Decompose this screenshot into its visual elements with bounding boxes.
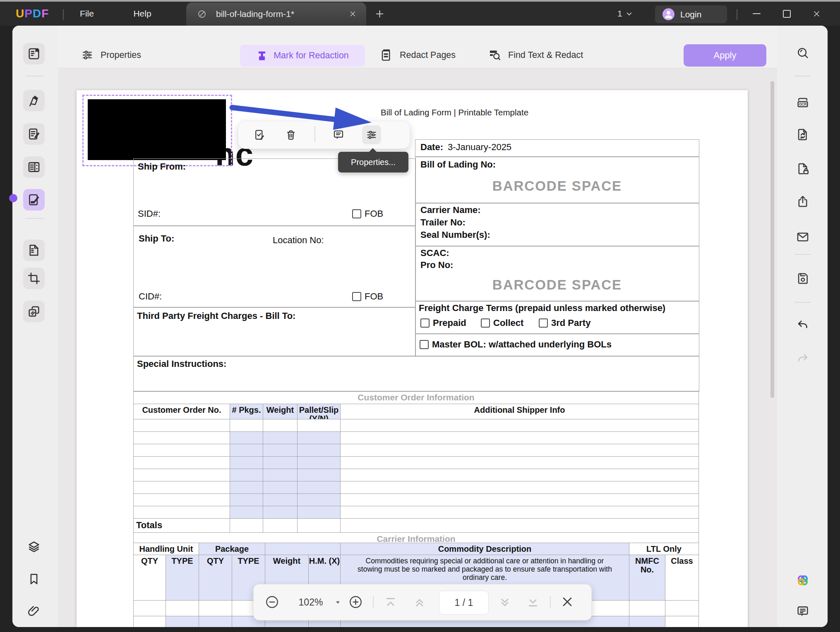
freight-terms-label: Freight Charge Terms (prepaid unless mar… (419, 303, 665, 314)
sidebar-item-redact[interactable] (23, 189, 45, 211)
minimize-button[interactable] (747, 2, 766, 26)
redact-pages-icon (380, 48, 393, 62)
avatar (662, 8, 674, 20)
table-cell: TYPE (166, 555, 199, 601)
sidebar-item-search[interactable] (796, 46, 810, 60)
window-count-dropdown[interactable]: 1 (617, 2, 633, 26)
document-tab[interactable]: bill-of-lading-form-1* (186, 2, 366, 26)
zoom-dropdown-caret[interactable] (335, 584, 341, 620)
third-party-label: 3rd Party (551, 318, 590, 328)
logo-letter: P (24, 7, 33, 20)
sidebar-item-save[interactable] (796, 271, 810, 285)
redaction-selection-outline[interactable] (82, 95, 232, 166)
sidebar-item-attachments[interactable] (23, 601, 45, 622)
empty-cell (629, 601, 665, 616)
logo-letter: F (41, 7, 49, 20)
empty-cell (263, 432, 298, 444)
sidebar-item-annotate[interactable] (23, 123, 45, 145)
table-cell: LTL Only (629, 543, 699, 555)
mark-for-redaction-button[interactable]: Mark for Redaction (240, 45, 365, 67)
empty-cell (230, 506, 263, 519)
carrier-cell: Carrier Name: Trailer No: Seal Number(s)… (415, 203, 699, 247)
share-icon (796, 194, 810, 208)
maximize-button[interactable] (777, 2, 796, 26)
ship-from-label: Ship From: (138, 161, 186, 172)
cid-label: CID#: (139, 291, 162, 302)
sidebar-item-organize[interactable] (23, 156, 45, 178)
last-page-button[interactable] (525, 594, 541, 610)
sidebar-item-layers[interactable] (23, 536, 45, 558)
empty-cell (263, 481, 298, 494)
table-cell: NMFC No. (629, 555, 665, 601)
sidebar-item-protect[interactable] (796, 162, 810, 176)
sidebar-item-highlight[interactable] (23, 90, 45, 111)
tab-close-icon[interactable] (349, 10, 356, 17)
close-window-button[interactable] (807, 2, 826, 26)
menu-help[interactable]: Help (127, 2, 157, 26)
sidebar-item-crop[interactable] (23, 268, 45, 289)
bol-no-label: Bill of Lading No: (420, 159, 496, 170)
new-tab-button[interactable] (374, 9, 385, 19)
bol-no-cell: Bill of Lading No: BARCODE SPACE (415, 156, 699, 203)
empty-cell (298, 481, 341, 494)
sidebar-item-undo[interactable] (796, 318, 810, 333)
window-count: 1 (617, 9, 622, 19)
tab-title: bill-of-lading-form-1* (216, 9, 294, 19)
empty-cell (298, 432, 341, 444)
ai-flower-icon (796, 573, 810, 587)
empty-cell (665, 616, 699, 627)
sidebar-item-share[interactable] (796, 194, 810, 208)
sidebar-item-watermark[interactable] (23, 301, 45, 322)
divider (26, 76, 44, 77)
properties-button[interactable]: Properties (81, 43, 141, 67)
divider (794, 254, 811, 255)
apply-button[interactable]: Apply (684, 44, 766, 67)
empty-cell (263, 419, 298, 432)
third-party-bill-label: Third Party Freight Charges - Bill To: (137, 311, 295, 321)
minimize-icon (753, 13, 761, 14)
prepaid-label: Prepaid (433, 318, 466, 328)
sidebar-item-ai-assistant[interactable] (796, 573, 810, 587)
sidebar-item-feedback[interactable] (796, 604, 810, 618)
find-text-redact-button[interactable]: Find Text & Redact (488, 43, 583, 67)
sidebar-item-ocr[interactable]: OCR (796, 96, 810, 110)
vertical-scrollbar[interactable] (770, 81, 774, 398)
sidebar-item-email[interactable] (796, 230, 810, 244)
sidebar-item-bookmarks[interactable] (23, 568, 45, 590)
sidebar-item-page-edit[interactable] (23, 239, 45, 261)
empty-cell (230, 419, 263, 432)
redact-pages-label: Redact Pages (400, 50, 456, 60)
logo-letter: U (16, 7, 24, 20)
empty-cell (134, 469, 230, 481)
empty-cell (230, 481, 263, 494)
menu-file[interactable]: File (74, 2, 100, 26)
first-page-button[interactable] (383, 594, 398, 610)
crop-icon (27, 271, 41, 285)
login-label: Login (680, 10, 701, 19)
collect-label: Collect (493, 318, 523, 328)
properties-label: Properties (101, 50, 141, 60)
barcode-space: BARCODE SPACE (415, 178, 699, 194)
empty-cell (134, 457, 230, 469)
zoom-out-button[interactable] (264, 594, 280, 610)
close-bar-button[interactable] (560, 594, 575, 609)
login-button[interactable]: Login (655, 5, 727, 23)
redo-icon (796, 352, 810, 366)
ocr-icon: OCR (796, 96, 810, 110)
divider (550, 596, 551, 608)
highlighter-icon (27, 93, 41, 108)
sidebar-item-reader[interactable] (23, 43, 45, 65)
sidebar-item-redo[interactable] (796, 352, 810, 366)
search-icon (796, 46, 810, 60)
redact-pages-button[interactable]: Redact Pages (380, 43, 456, 67)
next-page-button[interactable] (497, 594, 513, 610)
previous-page-button[interactable] (412, 594, 427, 610)
empty-cell (298, 444, 341, 457)
empty-cell (230, 469, 263, 481)
fob-checkbox (352, 209, 361, 218)
page-indicator[interactable]: 1 / 1 (439, 591, 489, 615)
sidebar-item-convert[interactable] (796, 127, 810, 141)
empty-cell (230, 444, 263, 457)
divider (26, 218, 44, 219)
zoom-in-button[interactable] (348, 594, 363, 610)
